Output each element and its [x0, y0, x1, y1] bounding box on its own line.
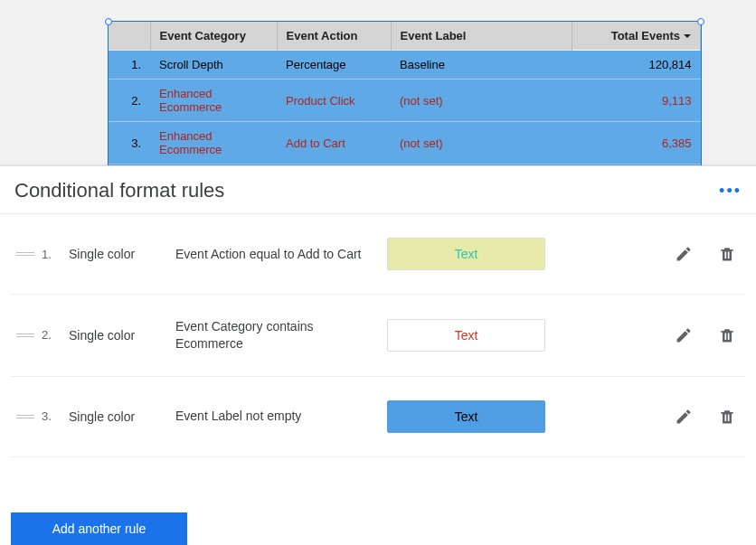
row-label: Baseline — [391, 51, 572, 80]
row-action: Product Click — [277, 80, 391, 122]
row-index: 1. — [109, 51, 150, 80]
delete-rule-button[interactable] — [714, 323, 740, 348]
edit-rule-button[interactable] — [671, 241, 696, 267]
col-header-action[interactable]: Event Action — [277, 22, 391, 51]
format-rule[interactable]: 1. Single color Event Action equal to Ad… — [11, 214, 745, 295]
rule-type: Single color — [69, 328, 168, 343]
table-row[interactable]: 2. Enhanced Ecommerce Product Click (not… — [109, 80, 701, 122]
format-rule[interactable]: 2. Single color Event Category contains … — [11, 295, 745, 377]
row-category: Enhanced Ecommerce — [150, 122, 277, 164]
col-header-total[interactable]: Total Events — [572, 22, 701, 51]
rule-order: 1. — [42, 248, 61, 261]
add-rule-button[interactable]: Add another rule — [11, 512, 187, 545]
resize-handle-tr[interactable] — [697, 18, 704, 25]
row-label: (not set) — [391, 122, 572, 164]
row-label: (not set) — [391, 80, 572, 122]
rules-list: 1. Single color Event Action equal to Ad… — [0, 214, 756, 494]
rule-type: Single color — [69, 409, 168, 424]
rule-drag-handle-icon[interactable] — [16, 252, 34, 256]
col-header-label[interactable]: Event Label — [391, 22, 572, 51]
rule-description: Event Label not empty — [175, 408, 374, 425]
row-category: Scroll Depth — [150, 51, 277, 80]
rule-order: 3. — [42, 409, 61, 423]
row-category: Enhanced Ecommerce — [150, 80, 277, 122]
col-header-index[interactable] — [109, 22, 150, 51]
rule-preview-swatch: Text — [387, 238, 545, 270]
rule-order: 2. — [42, 328, 61, 342]
pencil-icon — [675, 408, 693, 426]
pencil-icon — [675, 245, 693, 263]
conditional-format-panel: Conditional format rules ••• 1. Single c… — [0, 165, 756, 545]
delete-rule-button[interactable] — [714, 241, 740, 267]
rule-type: Single color — [69, 247, 168, 261]
trash-icon — [718, 326, 736, 344]
row-index: 3. — [109, 122, 150, 164]
panel-title: Conditional format rules — [14, 179, 224, 202]
trash-icon — [718, 408, 736, 426]
rule-preview-swatch: Text — [387, 319, 545, 352]
format-rule[interactable]: 3. Single color Event Label not empty Te… — [11, 377, 745, 457]
delete-rule-button[interactable] — [714, 404, 740, 429]
edit-rule-button[interactable] — [671, 323, 696, 348]
trash-icon — [718, 245, 736, 263]
row-total: 6,385 — [572, 122, 701, 164]
row-action: Add to Cart — [277, 122, 391, 164]
rule-description: Event Action equal to Add to Cart — [175, 246, 374, 263]
table-row[interactable]: 1. Scroll Depth Percentage Baseline 120,… — [109, 51, 701, 80]
row-total: 120,814 — [572, 51, 701, 80]
edit-rule-button[interactable] — [671, 404, 696, 429]
rule-description: Event Category contains Ecommerce — [175, 318, 374, 352]
row-action: Percentage — [277, 51, 391, 80]
row-total: 9,113 — [572, 80, 701, 122]
rule-drag-handle-icon[interactable] — [16, 334, 34, 337]
resize-handle-tl[interactable] — [105, 18, 112, 25]
row-index: 2. — [109, 80, 150, 122]
pencil-icon — [675, 326, 693, 344]
table-row[interactable]: 3. Enhanced Ecommerce Add to Cart (not s… — [109, 122, 701, 164]
panel-more-icon[interactable]: ••• — [719, 182, 742, 201]
rule-preview-swatch: Text — [387, 400, 545, 433]
col-header-category[interactable]: Event Category — [150, 22, 277, 51]
rule-drag-handle-icon[interactable] — [16, 415, 34, 418]
